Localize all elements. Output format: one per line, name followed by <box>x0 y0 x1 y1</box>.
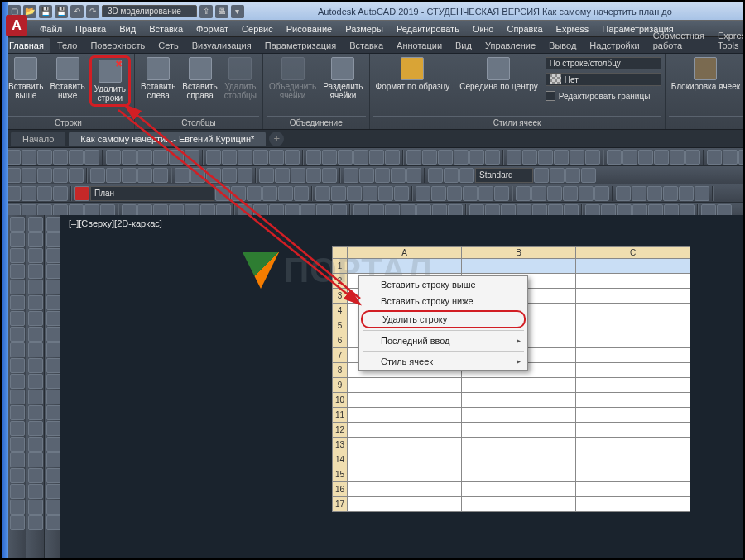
table-row[interactable]: 11 <box>333 408 690 423</box>
tool-button[interactable] <box>22 150 36 165</box>
table-row[interactable]: 15 <box>333 467 690 482</box>
tool-button[interactable] <box>670 150 685 165</box>
menu-file[interactable]: Файл <box>34 22 68 36</box>
tool-button[interactable] <box>638 150 653 165</box>
menu-insert[interactable]: Вставка <box>143 22 189 36</box>
tool-button[interactable] <box>485 150 500 165</box>
cell[interactable] <box>348 378 462 393</box>
tool-button[interactable] <box>37 168 52 183</box>
tool-button[interactable] <box>550 168 565 183</box>
cell[interactable] <box>576 274 690 289</box>
tool-button[interactable] <box>563 186 578 201</box>
tool-button[interactable] <box>137 150 152 165</box>
cell[interactable] <box>462 497 576 512</box>
ribbon-tab-output[interactable]: Вывод <box>542 38 583 53</box>
cell[interactable] <box>576 363 690 378</box>
tool-button[interactable] <box>422 150 437 165</box>
tool-button[interactable] <box>522 150 537 165</box>
file-tab-add-button[interactable]: + <box>269 132 284 146</box>
tool-button[interactable] <box>654 150 669 165</box>
tool-button[interactable] <box>278 186 293 201</box>
tool-button[interactable] <box>90 168 105 183</box>
tool-button[interactable] <box>428 168 443 183</box>
side-tool[interactable] <box>46 421 61 436</box>
qat-print-icon[interactable]: 🖶 <box>215 5 228 18</box>
table-row[interactable]: 9 <box>333 378 690 393</box>
cell[interactable] <box>348 467 462 482</box>
split-cells-button[interactable]: Разделитьячейки <box>320 55 365 102</box>
side-tool[interactable] <box>10 264 25 279</box>
side-tool[interactable] <box>46 500 61 515</box>
side-tool[interactable] <box>28 515 43 530</box>
tool-button[interactable] <box>185 150 199 165</box>
menu-format[interactable]: Формат <box>190 22 234 36</box>
tool-button[interactable] <box>338 150 353 165</box>
side-tool[interactable] <box>28 248 43 263</box>
cell[interactable] <box>576 259 690 274</box>
side-tool[interactable] <box>46 390 61 404</box>
side-tool[interactable] <box>46 311 61 326</box>
ribbon-tab-anno[interactable]: Аннотации <box>390 38 449 53</box>
cell[interactable] <box>348 423 462 438</box>
side-tool[interactable] <box>10 437 25 452</box>
tool-button[interactable] <box>579 186 594 201</box>
tool-button[interactable] <box>306 150 321 165</box>
side-tool[interactable] <box>28 500 43 515</box>
ctx-cell-style[interactable]: Стиль ячеек▸ <box>359 353 527 370</box>
qat-redo-icon[interactable]: ↷ <box>86 5 99 18</box>
tool-button[interactable] <box>215 186 230 201</box>
cell[interactable] <box>462 408 576 423</box>
side-tool[interactable] <box>28 468 43 483</box>
cell[interactable] <box>576 378 690 393</box>
tool-button[interactable] <box>269 150 284 165</box>
menu-modify[interactable]: Редактировать <box>391 22 465 36</box>
cell[interactable] <box>348 497 462 512</box>
cell[interactable] <box>576 423 690 438</box>
cell[interactable] <box>576 333 690 348</box>
tool-button[interactable] <box>322 150 337 165</box>
cell[interactable] <box>576 318 690 333</box>
side-tool[interactable] <box>10 342 25 357</box>
tool-button[interactable] <box>469 150 484 165</box>
tool-button[interactable] <box>416 186 430 201</box>
align-middle-center-button[interactable]: Середина по центру <box>457 55 540 93</box>
table-row[interactable]: 16 <box>333 482 690 497</box>
side-tool[interactable] <box>46 280 61 294</box>
tool-button[interactable] <box>447 186 462 201</box>
side-tool[interactable] <box>46 437 61 452</box>
tool-button[interactable] <box>238 168 252 183</box>
delete-rows-button[interactable]: ✖Удалитьстроки <box>89 55 131 107</box>
side-tool[interactable] <box>10 311 25 326</box>
side-tool[interactable] <box>28 390 43 404</box>
tool-button[interactable] <box>516 186 531 201</box>
side-tool[interactable] <box>10 374 25 389</box>
row-header[interactable]: 12 <box>333 423 348 438</box>
ribbon-tab-surface[interactable]: Поверхность <box>84 38 151 53</box>
tool-button[interactable] <box>406 168 421 183</box>
tool-button[interactable] <box>37 150 52 165</box>
tool-button[interactable] <box>106 168 121 183</box>
tool-button[interactable] <box>359 168 374 183</box>
tool-button[interactable] <box>585 150 600 165</box>
tool-button[interactable] <box>69 168 84 183</box>
tool-button[interactable] <box>444 168 459 183</box>
side-tool[interactable] <box>46 452 61 467</box>
row-header[interactable]: 11 <box>333 408 348 423</box>
tool-button[interactable] <box>315 186 330 201</box>
tool-button[interactable] <box>22 186 36 201</box>
cell[interactable] <box>576 438 690 452</box>
tool-button[interactable] <box>647 186 662 201</box>
menu-view[interactable]: Вид <box>113 22 142 36</box>
insert-row-above-button[interactable]: Вставитьвыше <box>6 55 46 102</box>
tool-button[interactable] <box>478 186 493 201</box>
side-tool[interactable] <box>28 437 43 452</box>
tool-button[interactable] <box>247 186 262 201</box>
side-tool[interactable] <box>28 264 43 279</box>
match-format-button[interactable]: Формат по образцу <box>373 55 453 93</box>
menu-service[interactable]: Сервис <box>236 22 279 36</box>
insert-col-left-button[interactable]: Вставитьслева <box>138 55 178 102</box>
tool-button[interactable] <box>169 150 184 165</box>
ribbon-tab-mesh[interactable]: Сеть <box>151 38 185 53</box>
tool-button[interactable] <box>438 150 453 165</box>
viewport-label[interactable]: [–][Сверху][2D-каркас] <box>69 218 162 228</box>
